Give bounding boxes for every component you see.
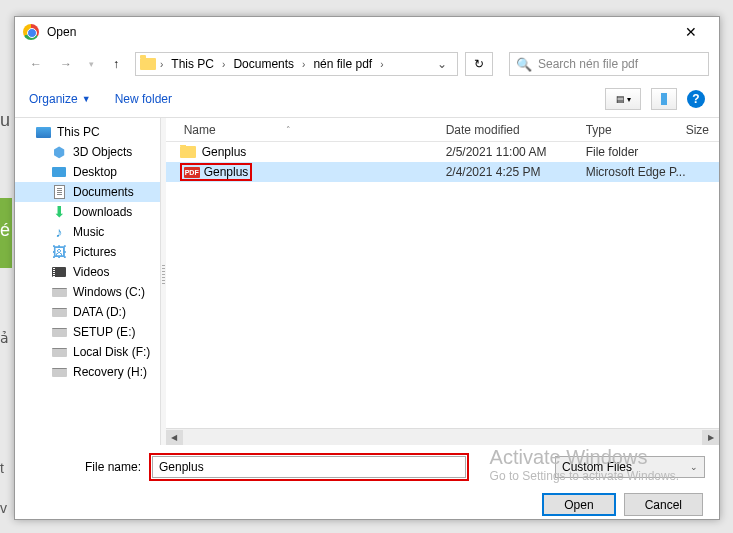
chevron-right-icon[interactable]: › [222,59,225,70]
column-name[interactable]: Name ˄ [166,123,446,137]
filename-input[interactable] [152,456,466,478]
sort-indicator-icon: ˄ [286,125,291,135]
tree-drive-c[interactable]: Windows (C:) [15,282,160,302]
pictures-icon: 🖼 [51,244,67,260]
drive-icon [52,368,67,377]
tree-pictures[interactable]: 🖼 Pictures [15,242,160,262]
videos-icon [52,267,66,277]
filetype-select[interactable]: Custom Files ⌄ [555,456,705,478]
column-headers: Name ˄ Date modified Type Size [166,118,719,142]
tree-drive-f[interactable]: Local Disk (F:) [15,342,160,362]
new-folder-button[interactable]: New folder [115,92,172,106]
thispc-icon [36,127,51,138]
pdf-icon: PDF [184,167,200,178]
tree-this-pc[interactable]: This PC [15,122,160,142]
bg-text: t [0,460,4,476]
navigation-tree: This PC ⬢ 3D Objects Desktop Documents ⬇… [15,118,160,445]
cancel-button[interactable]: Cancel [624,493,703,516]
search-icon: 🔍 [516,57,532,72]
chevron-right-icon[interactable]: › [160,59,163,70]
tree-videos[interactable]: Videos [15,262,160,282]
drive-icon [52,348,67,357]
toolbar: Organize ▼ New folder ▤▾ ? [15,81,719,117]
bottom-panel: File name: Custom Files ⌄ Open Cancel [15,445,719,524]
preview-pane-button[interactable] [651,88,677,110]
recent-dropdown[interactable]: ▾ [85,53,97,75]
splitter[interactable] [160,118,166,445]
bg-text: ả [0,330,9,346]
titlebar: Open ✕ [15,17,719,47]
breadcrumb-folder[interactable]: nén file pdf [309,57,376,71]
scroll-right-button[interactable]: ▶ [702,430,719,445]
column-type[interactable]: Type [586,123,686,137]
forward-button: → [55,53,77,75]
content-area: This PC ⬢ 3D Objects Desktop Documents ⬇… [15,117,719,445]
drive-icon [52,328,67,337]
chevron-down-icon: ▼ [82,94,91,104]
bg-text: é [0,220,10,241]
address-dropdown[interactable]: ⌄ [431,57,453,71]
bg-text: v [0,500,7,516]
navigation-bar: ← → ▾ ↑ › This PC › Documents › nén file… [15,47,719,81]
close-button[interactable]: ✕ [671,18,711,46]
bg-text: u [0,110,10,131]
column-size[interactable]: Size [686,123,719,137]
search-input[interactable]: 🔍 Search nén file pdf [509,52,709,76]
drive-icon [52,288,67,297]
highlight-box [149,453,469,481]
tree-drive-d[interactable]: DATA (D:) [15,302,160,322]
chrome-icon [23,24,39,40]
chevron-right-icon[interactable]: › [302,59,305,70]
chevron-down-icon: ⌄ [690,462,698,472]
help-button[interactable]: ? [687,90,705,108]
column-date[interactable]: Date modified [446,123,586,137]
documents-icon [54,185,65,199]
address-bar[interactable]: › This PC › Documents › nén file pdf › ⌄ [135,52,458,76]
music-icon: ♪ [51,224,67,240]
3d-icon: ⬢ [51,144,67,160]
highlight-box: PDF Genplus [180,163,253,181]
up-button[interactable]: ↑ [105,53,127,75]
desktop-icon [52,167,66,177]
drive-icon [52,308,67,317]
tree-documents[interactable]: Documents [15,182,160,202]
tree-drive-e[interactable]: SETUP (E:) [15,322,160,342]
refresh-button[interactable]: ↻ [465,52,493,76]
breadcrumb-documents[interactable]: Documents [229,57,298,71]
open-button[interactable]: Open [542,493,615,516]
breadcrumb-thispc[interactable]: This PC [167,57,218,71]
filename-label: File name: [29,460,141,474]
file-row-folder[interactable]: Genplus 2/5/2021 11:00 AM File folder [166,142,719,162]
chevron-right-icon[interactable]: › [380,59,383,70]
organize-button[interactable]: Organize ▼ [29,92,91,106]
open-dialog: Open ✕ ← → ▾ ↑ › This PC › Documents › n… [14,16,720,520]
file-list: Genplus 2/5/2021 11:00 AM File folder PD… [166,142,719,428]
folder-icon [140,58,156,70]
tree-downloads[interactable]: ⬇ Downloads [15,202,160,222]
tree-3d-objects[interactable]: ⬢ 3D Objects [15,142,160,162]
folder-icon [180,146,196,158]
window-title: Open [47,25,671,39]
downloads-icon: ⬇ [51,204,67,220]
tree-music[interactable]: ♪ Music [15,222,160,242]
search-placeholder: Search nén file pdf [538,57,638,71]
horizontal-scrollbar[interactable]: ◀ ▶ [166,428,719,445]
file-row-pdf[interactable]: PDF Genplus 2/4/2021 4:25 PM Microsoft E… [166,162,719,182]
file-list-area: Name ˄ Date modified Type Size Genplus 2… [166,118,719,445]
view-options-button[interactable]: ▤▾ [605,88,641,110]
scroll-left-button[interactable]: ◀ [166,430,183,445]
back-button[interactable]: ← [25,53,47,75]
tree-drive-h[interactable]: Recovery (H:) [15,362,160,382]
tree-desktop[interactable]: Desktop [15,162,160,182]
